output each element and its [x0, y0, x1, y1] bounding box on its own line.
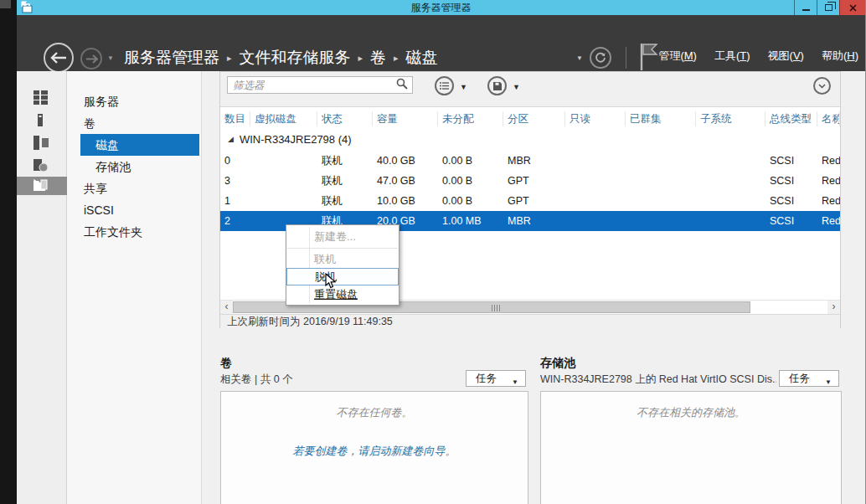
- new-volume-wizard-link[interactable]: 若要创建卷，请启动新建卷向导。: [221, 444, 528, 459]
- scroll-left-icon[interactable]: ‹: [220, 301, 233, 314]
- scroll-right-icon[interactable]: ›: [827, 301, 840, 314]
- table-group-header[interactable]: ◢ WIN-R334JRE2798 (4): [220, 127, 840, 151]
- sidebar-item-shares[interactable]: 共享: [67, 177, 199, 199]
- menu-view[interactable]: 视图(V): [768, 49, 804, 64]
- mouse-cursor: [325, 273, 337, 290]
- chevron-down-icon: [818, 84, 826, 89]
- menu-bar: 管理(M) 工具(T) 视图(V) 帮助(H): [658, 49, 858, 64]
- filter-toolbar: ▼ ▼: [220, 72, 840, 107]
- col-header-partition[interactable]: 分区: [503, 111, 565, 126]
- col-header-status[interactable]: 状态: [317, 111, 373, 126]
- menu-manage[interactable]: 管理(M): [658, 49, 697, 64]
- sidebar-item-disks[interactable]: 磁盘: [80, 134, 199, 156]
- close-icon: [849, 4, 857, 12]
- forward-arrow-icon: [85, 54, 98, 64]
- scrollbar-grip: [492, 305, 500, 311]
- all-servers-icon: [34, 136, 49, 150]
- server-manager-window: 服务器管理器: [17, 0, 866, 504]
- sidebar-icon-dashboard[interactable]: [17, 88, 67, 108]
- table-row-disk-0[interactable]: 0联机 40.0 GB0.00 B MBR SCSIRed: [220, 151, 840, 171]
- refresh-button[interactable]: [590, 47, 611, 69]
- search-icon: [396, 78, 408, 90]
- volumes-panel-subtitle: 相关卷 | 共 0 个: [220, 373, 293, 387]
- sidebar-icon-services[interactable]: [17, 157, 67, 177]
- sidebar-nav: 服务器 卷 磁盘 存储池 共享 iSCSI 工作文件夹: [67, 71, 202, 504]
- window-title: 服务器管理器: [17, 0, 865, 15]
- saved-filters-dropdown-icon[interactable]: ▼: [513, 83, 520, 91]
- breadcrumb: 服务器管理器 ▸ 文件和存储服务 ▸ 卷 ▸ 磁盘: [124, 45, 438, 70]
- filter-criteria-dropdown-icon[interactable]: ▼: [460, 83, 467, 91]
- expand-arrow-icon: [34, 179, 39, 188]
- filter-input[interactable]: [227, 76, 413, 94]
- col-header-number[interactable]: 数目: [220, 111, 250, 126]
- col-header-capacity[interactable]: 容量: [373, 111, 438, 126]
- sidebar-icon-local-server[interactable]: [17, 111, 67, 131]
- navigation-bar: ▼ 服务器管理器 ▸ 文件和存储服务 ▸ 卷 ▸ 磁盘 ▼: [17, 15, 865, 71]
- storage-pools-panel: 存储池 WIN-R334JRE2798 上的 Red Hat VirtIO SC…: [540, 356, 842, 371]
- background-window-fragment: [0, 0, 11, 8]
- restore-button[interactable]: [817, 0, 839, 15]
- back-button[interactable]: [44, 43, 74, 73]
- close-button[interactable]: [839, 0, 865, 15]
- sidebar-item-storage-pools[interactable]: 存储池: [67, 156, 199, 177]
- sidebar-icon-all-servers[interactable]: [17, 133, 67, 153]
- notifications-flag-button[interactable]: [638, 42, 660, 72]
- menu-tools[interactable]: 工具(T): [714, 49, 750, 64]
- breadcrumb-file-storage[interactable]: 文件和存储服务: [240, 47, 351, 69]
- restore-icon: [825, 4, 832, 11]
- filter-criteria-button[interactable]: [435, 76, 454, 95]
- sidebar-item-servers[interactable]: 服务器: [67, 90, 199, 112]
- history-dropdown-icon[interactable]: ▼: [107, 54, 114, 62]
- volumes-empty-box: 不存在任何卷。 若要创建卷，请启动新建卷向导。: [220, 391, 528, 504]
- sidebar-icon-file-storage-services[interactable]: [17, 177, 67, 195]
- refresh-icon: [595, 52, 606, 64]
- table-row-disk-1[interactable]: 1联机 10.0 GB0.00 B GPT SCSIRed: [220, 191, 840, 211]
- volumes-empty-text: 不存在任何卷。: [221, 405, 528, 420]
- col-header-readonly[interactable]: 只读: [565, 111, 626, 126]
- sidebar-item-iscsi[interactable]: iSCSI: [67, 199, 199, 221]
- window-controls: [794, 0, 865, 15]
- menu-item-new-volume: 新建卷...: [286, 227, 399, 246]
- sidebar-item-volumes[interactable]: 卷: [67, 112, 199, 134]
- breadcrumb-separator-icon: ▸: [227, 53, 232, 64]
- minimize-button[interactable]: [794, 0, 817, 15]
- save-icon: [493, 82, 502, 90]
- forward-button[interactable]: [80, 48, 102, 69]
- menu-item-reset-disk[interactable]: 重置磁盘: [286, 285, 399, 303]
- minimize-icon: [802, 9, 810, 11]
- window-body: 服务器 卷 磁盘 存储池 共享 iSCSI 工作文件夹: [17, 71, 865, 504]
- col-header-subsystem[interactable]: 子系统: [696, 111, 765, 126]
- status-bar: 上次刷新时间为 2016/9/19 11:49:35: [220, 314, 840, 328]
- breadcrumb-volumes[interactable]: 卷: [370, 47, 386, 69]
- menu-item-bring-online: 联机: [286, 250, 399, 268]
- breadcrumb-disks[interactable]: 磁盘: [406, 47, 438, 69]
- menu-separator: [287, 248, 398, 249]
- col-header-bus-type[interactable]: 总线类型: [765, 111, 817, 126]
- col-header-virtual-disk[interactable]: 虚拟磁盘: [250, 111, 317, 126]
- group-expanded-icon[interactable]: ◢: [228, 135, 234, 143]
- saved-filters-button[interactable]: [487, 76, 507, 95]
- breadcrumb-root[interactable]: 服务器管理器: [124, 47, 219, 69]
- sidebar-item-work-folders[interactable]: 工作文件夹: [67, 221, 199, 243]
- volumes-panel-title: 卷: [220, 356, 528, 371]
- col-header-clustered[interactable]: 已群集: [626, 111, 696, 126]
- breadcrumb-separator-icon: ▸: [394, 53, 399, 64]
- col-header-name[interactable]: 名称: [817, 111, 840, 126]
- collapse-panel-button[interactable]: [813, 77, 831, 95]
- tasks-dropdown-icon: ▼: [825, 375, 832, 390]
- pools-tasks-button[interactable]: 任务 ▼: [779, 370, 839, 387]
- breadcrumb-dropdown-icon[interactable]: ▼: [576, 54, 583, 62]
- navbar-divider: [626, 47, 626, 69]
- pools-panel-subtitle: WIN-R334JRE2798 上的 Red Hat VirtIO SCSI D…: [540, 373, 776, 387]
- back-arrow-icon: [50, 52, 67, 64]
- table-row-disk-3[interactable]: 3联机 47.0 GB0.00 B GPT SCSIRed: [220, 171, 840, 191]
- volumes-tasks-button[interactable]: 任务 ▼: [466, 370, 526, 387]
- menu-help[interactable]: 帮助(H): [822, 49, 858, 64]
- disk-context-menu: 新建卷... 联机 脱机 重置磁盘: [286, 224, 399, 306]
- breadcrumb-separator-icon: ▸: [358, 53, 363, 64]
- menu-item-take-offline[interactable]: 脱机: [286, 268, 399, 285]
- pools-empty-box: 不存在相关的存储池。: [540, 391, 842, 504]
- title-bar[interactable]: 服务器管理器: [17, 0, 865, 15]
- col-header-unallocated[interactable]: 未分配: [438, 111, 503, 126]
- screen: 服务器管理器: [0, 0, 866, 504]
